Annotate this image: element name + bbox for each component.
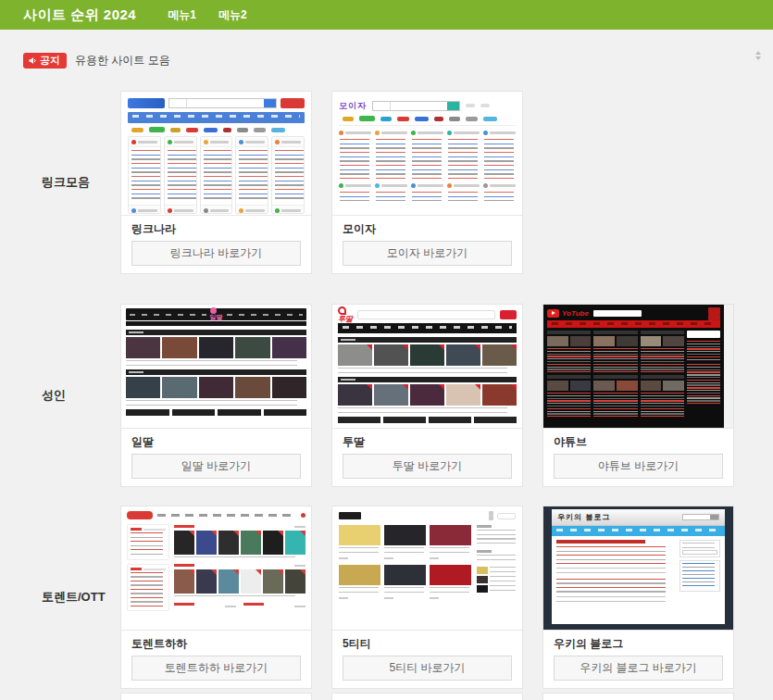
decor — [593, 331, 637, 334]
decor — [381, 184, 407, 187]
partial-site-card — [331, 693, 523, 700]
decor — [448, 192, 478, 201]
decor — [339, 557, 348, 559]
site-go-button[interactable]: 토렌트하하 바로가기 — [131, 656, 301, 681]
decor — [430, 587, 469, 595]
preview-red-button — [281, 98, 305, 108]
site-title: 링크나라 — [131, 222, 301, 235]
site-thumbnail[interactable] — [332, 506, 522, 631]
notice-link[interactable]: 유용한 사이트 모음 — [75, 53, 170, 69]
site-card: 우키의 블로그 우키의 블로그 — [542, 506, 734, 689]
decor — [138, 209, 157, 212]
decor — [131, 568, 142, 570]
decor — [235, 337, 269, 358]
updown-arrows-icon[interactable] — [755, 49, 761, 62]
decor — [126, 400, 297, 406]
decor — [126, 321, 306, 326]
site-list: 링크모음 링크나라 링크나라 바로가기 모이자 — [0, 91, 773, 700]
site-thumbnail[interactable] — [121, 92, 311, 216]
decor — [174, 603, 305, 609]
preview-search-bar — [357, 310, 495, 319]
decor — [235, 136, 268, 214]
decor — [483, 183, 488, 188]
site-go-button[interactable]: 야튜브 바로가기 — [554, 454, 723, 479]
site-title: 일딸 — [131, 435, 301, 448]
preview-search-button — [447, 102, 459, 110]
decor — [338, 407, 507, 413]
preview-search-bar — [682, 514, 719, 520]
site-go-button[interactable]: 5티티 바로가기 — [343, 656, 512, 681]
decor — [482, 344, 517, 366]
decor — [708, 314, 720, 320]
decor — [447, 129, 480, 208]
site-title: 5티티 — [343, 637, 512, 650]
decor — [556, 596, 666, 603]
decor — [218, 409, 261, 416]
decor — [374, 384, 408, 406]
preview-search-bar — [593, 310, 642, 317]
decor — [275, 208, 280, 213]
decor — [480, 104, 490, 107]
torrenthaha-logo-block — [127, 511, 153, 519]
decor — [272, 137, 304, 147]
decor — [708, 307, 720, 314]
nav-item-menu1[interactable]: 메뉴1 — [168, 7, 196, 23]
decor — [490, 184, 516, 187]
site-thumbnail[interactable]: 모이자 — [332, 92, 522, 216]
decor — [430, 547, 469, 556]
preview-footer-boxes — [338, 417, 517, 423]
decor — [130, 314, 206, 316]
decor — [275, 140, 280, 144]
decor — [174, 531, 305, 555]
decor — [617, 336, 638, 346]
site-thumbnail[interactable]: YoTube — [543, 305, 733, 429]
site-thumbnail[interactable]: 우키의 블로그 — [543, 506, 733, 631]
decor — [483, 181, 516, 190]
decor — [375, 129, 407, 208]
site-thumbnail[interactable]: 일딸 — [121, 305, 311, 429]
decor — [477, 530, 516, 546]
decor — [272, 205, 304, 214]
decor — [239, 150, 268, 202]
site-go-button[interactable]: 일딸 바로가기 — [131, 454, 301, 479]
decor — [210, 209, 230, 212]
decor — [131, 208, 136, 213]
decor — [447, 129, 480, 137]
decor — [236, 137, 268, 147]
decor — [281, 141, 301, 144]
decor — [162, 377, 196, 398]
nav-item-menu2[interactable]: 메뉴2 — [218, 7, 247, 23]
site-go-button[interactable]: 링크나라 바로가기 — [131, 241, 301, 266]
decor — [687, 331, 720, 338]
preview-footer-boxes — [126, 409, 306, 416]
decor — [641, 331, 684, 334]
decor — [410, 344, 444, 366]
decor — [641, 375, 684, 379]
site-card-body: 야튜브 야튜브 바로가기 — [543, 429, 733, 486]
decor — [149, 127, 165, 132]
decor — [339, 525, 380, 559]
decor — [547, 331, 591, 419]
decor — [547, 331, 591, 334]
site-thumbnail[interactable] — [121, 506, 311, 631]
decor — [131, 150, 160, 202]
decor — [429, 417, 471, 423]
decor — [285, 569, 305, 594]
decor — [201, 137, 232, 147]
site-card-body: 일딸 일딸 바로가기 — [121, 429, 311, 486]
decor — [547, 381, 568, 391]
site-card: 토렌트하하 토렌트하하 바로가기 — [120, 506, 312, 689]
decor — [447, 181, 480, 190]
decor — [131, 568, 166, 570]
decor — [490, 576, 516, 583]
site-go-button[interactable]: 투딸 바로가기 — [343, 454, 512, 479]
site-title: 토렌트하하 — [131, 637, 301, 650]
decor — [490, 567, 516, 574]
site-go-button[interactable]: 우키의 블로그 바로가기 — [554, 656, 723, 681]
decor — [339, 565, 380, 585]
site-go-button[interactable]: 모이자 바로가기 — [343, 241, 512, 266]
decor — [376, 139, 405, 180]
decor — [384, 547, 424, 556]
site-thumbnail[interactable]: 투딸 — [332, 305, 522, 429]
decor — [126, 360, 297, 366]
